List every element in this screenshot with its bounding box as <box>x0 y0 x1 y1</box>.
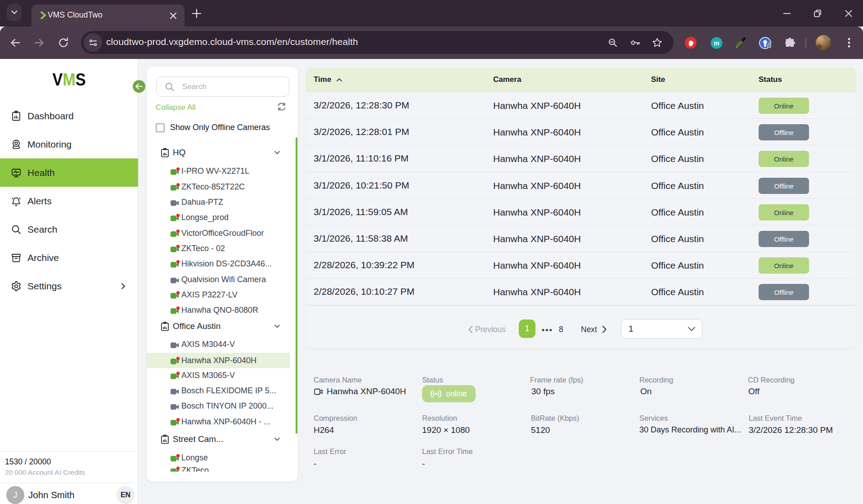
svg-text:m: m <box>714 40 719 47</box>
